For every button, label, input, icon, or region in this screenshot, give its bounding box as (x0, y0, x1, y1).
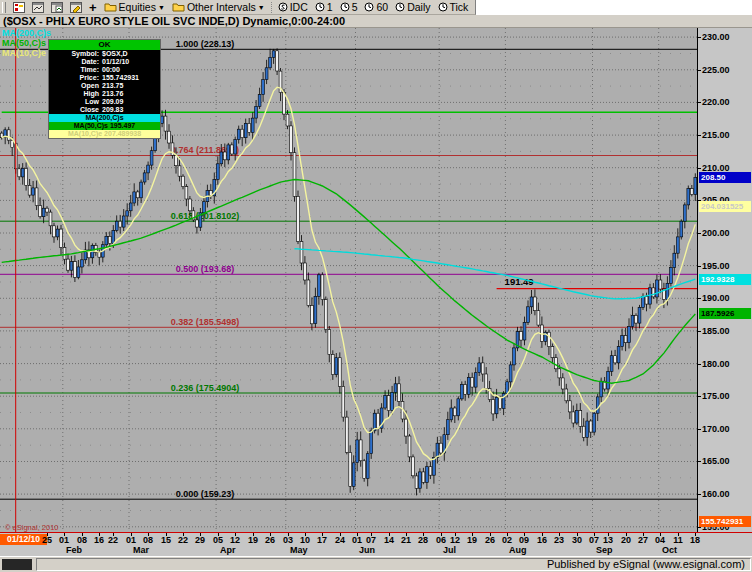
MA(10,C)e-line (2, 87, 696, 459)
toolbar-grip[interactable] (2, 2, 6, 13)
price-tick (698, 429, 701, 430)
month-label: Aug (509, 545, 527, 555)
crosshair-price-badge: 155.742931 (699, 516, 751, 527)
data-window-row: Date:01/12/10 (49, 58, 160, 66)
data-window-row: Close209.83 (49, 106, 160, 114)
quote-board-button[interactable] (11, 1, 27, 14)
data-window-row: Low209.09 (49, 98, 160, 106)
data-window-ma-row: MA(10,C)e 207.489938 (49, 130, 160, 138)
field-label: Time: (49, 66, 99, 74)
esignal-chart-window: + Equities ▼ Other Intervals ▼ IDC 1 (0, 0, 752, 572)
field-label: Low (49, 98, 99, 106)
interval-1-button[interactable]: 1 (313, 1, 335, 14)
clock-icon (364, 2, 374, 12)
month-label: May (290, 545, 308, 555)
month-label: Feb (66, 545, 82, 555)
interval-5-label: 5 (352, 1, 358, 13)
price-tick (698, 396, 701, 397)
interval-60-button[interactable]: 60 (362, 1, 390, 14)
price-tick-label: 220.00 (702, 97, 730, 107)
quote-board-icon (13, 2, 25, 13)
data-window-ma-row: MA(50,C)s 195.497 (49, 122, 160, 130)
other-intervals-folder-button[interactable]: Other Intervals ▼ (170, 1, 267, 14)
price-tick (698, 331, 701, 332)
field-value: 209.83 (99, 106, 123, 114)
ma50-value-badge: 187.5926 (699, 308, 751, 319)
MA(50,C)s-line (2, 180, 696, 384)
data-window-row: High213.76 (49, 90, 160, 98)
month-label: Apr (220, 545, 236, 555)
price-tick-label: 185.00 (702, 326, 730, 336)
new-chart-button[interactable] (30, 1, 46, 14)
folder-icon (104, 2, 117, 12)
field-value: 155.742931 (99, 74, 139, 82)
svg-text:0.500 (193.68): 0.500 (193.68) (176, 264, 235, 274)
toolbar-separator (271, 2, 272, 13)
add-symbol-button[interactable]: + (87, 1, 99, 14)
svg-text:0.236 (175.4904): 0.236 (175.4904) (171, 383, 240, 393)
price-tick (698, 494, 701, 495)
ma-overlay-label: MA(10,C)e (2, 48, 46, 58)
clock-icon (438, 2, 448, 12)
price-tick (698, 168, 701, 169)
date-tick-label: 18 (683, 535, 707, 545)
month-label: Oct (662, 545, 677, 555)
MA(200,C)s-line (295, 249, 696, 299)
price-tick (698, 266, 701, 267)
field-label: Open (49, 82, 99, 90)
data-window-row: Price:155.742931 (49, 74, 160, 82)
chart-title: ($OSX - PHLX EURO STYLE OIL SVC INDE,D) … (0, 15, 752, 28)
ma-overlay-label: MA(50,C)s (2, 38, 46, 48)
equities-label: Equities (119, 1, 156, 13)
ma10-value-badge: 204.031525 (699, 201, 751, 212)
chevron-down-icon: ▼ (158, 4, 165, 11)
price-tick (698, 461, 701, 462)
price-tick-label: 160.00 (702, 489, 730, 499)
price-tick (698, 70, 701, 71)
interval-tick-button[interactable]: Tick (436, 1, 471, 14)
month-label: Mar (133, 545, 149, 555)
interval-daily-button[interactable]: Daily (393, 1, 432, 14)
folder-icon (172, 2, 185, 12)
data-window-ma-rows: MA(200,C)sMA(50,C)s 195.497MA(10,C)e 207… (49, 114, 160, 138)
interval-5-button[interactable]: 5 (338, 1, 360, 14)
month-label: Sep (596, 545, 613, 555)
status-bar: Published by eSignal (www.esignal.com) (0, 556, 752, 572)
interval-daily-label: Daily (407, 1, 430, 13)
price-tick (698, 135, 701, 136)
clock-icon (395, 2, 405, 12)
edit-chart-button[interactable] (68, 1, 84, 14)
price-tick-label: 225.00 (702, 65, 730, 75)
equities-folder-button[interactable]: Equities ▼ (102, 1, 167, 14)
idc-source-button[interactable]: IDC (276, 1, 310, 14)
svg-text:1.000 (228.13): 1.000 (228.13) (176, 39, 235, 49)
data-window-ok-button[interactable]: OK (49, 40, 160, 50)
chart-plot-area[interactable]: 1.000 (228.13)0.764 (211.8696)0.618 (201… (0, 28, 697, 532)
time-axis[interactable]: 01/12/10 2501Feb08162201Mar0815222905Apr… (0, 532, 752, 556)
price-tick-label: 170.00 (702, 424, 730, 434)
field-value: 213.75 (99, 82, 123, 90)
duplicate-chart-button[interactable] (49, 1, 65, 14)
data-window-fields: Symbol:$OSX,DDate:01/12/10Time:00:00Pric… (49, 50, 160, 114)
price-tick (698, 37, 701, 38)
last-price-badge: 208.50 (699, 172, 751, 183)
month-label: Jul (443, 545, 456, 555)
data-window[interactable]: OK Symbol:$OSX,DDate:01/12/10Time:00:00P… (48, 39, 161, 139)
interval-1-label: 1 (327, 1, 333, 13)
data-window-row: Symbol:$OSX,D (49, 50, 160, 58)
toolbar-strip: + Equities ▼ Other Intervals ▼ IDC 1 (0, 0, 476, 15)
price-tick-label: 215.00 (702, 130, 730, 140)
ma-overlay-label: MA(200,C)s (2, 28, 51, 38)
field-value: $OSX,D (99, 50, 128, 58)
field-label: Date: (49, 58, 99, 66)
idc-label: IDC (290, 1, 308, 13)
price-axis[interactable]: 230.00225.00220.00215.00210.00205.00200.… (697, 28, 752, 532)
data-window-ma-row: MA(200,C)s (49, 114, 160, 122)
price-tick-label: 190.00 (702, 293, 730, 303)
publisher-credit: Published by eSignal (www.esignal.com) (36, 558, 751, 571)
chevron-down-icon: ▼ (258, 4, 265, 11)
field-label: Price: (49, 74, 99, 82)
price-tick-label: 165.00 (702, 456, 730, 466)
price-tick-label: 230.00 (702, 32, 730, 42)
data-window-row: Time:00:00 (49, 66, 160, 74)
